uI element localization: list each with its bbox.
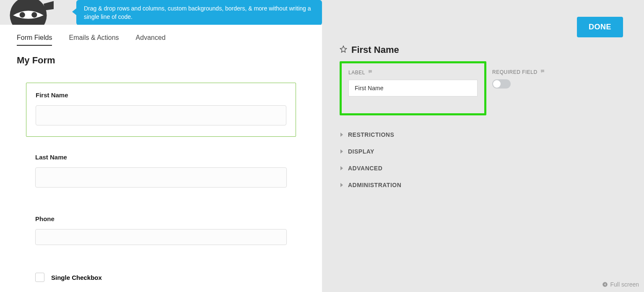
accordion-label: DISPLAY xyxy=(348,148,374,155)
tooltip-text: Drag & drop rows and columns, custom bac… xyxy=(84,5,311,20)
chevron-right-icon xyxy=(340,166,344,170)
settings-sidebar: DONE First Name LABEL xyxy=(322,0,644,292)
done-button[interactable]: DONE xyxy=(577,17,623,37)
sidebar-title-row: First Name xyxy=(340,44,633,55)
tab-emails-actions[interactable]: Emails & Actions xyxy=(69,34,119,46)
top-brand-bar: Drag & drop rows and columns, custom bac… xyxy=(0,0,322,25)
accordion-label: ADVANCED xyxy=(348,165,382,172)
text-input-preview xyxy=(36,105,286,125)
app-root: Drag & drop rows and columns, custom bac… xyxy=(0,0,644,292)
field-first-name[interactable]: First Name xyxy=(26,83,296,137)
text-input-preview xyxy=(35,229,287,245)
label-setting-highlight: LABEL xyxy=(340,61,486,115)
sidebar-title: First Name xyxy=(351,44,399,55)
accordion-administration[interactable]: ADMINISTRATION xyxy=(340,177,633,193)
svg-point-1 xyxy=(20,12,25,18)
fullscreen-label: Full screen xyxy=(610,281,639,288)
field-label: Phone xyxy=(35,215,287,222)
label-caption-text: LABEL xyxy=(348,70,365,76)
required-caption-text: REQUIRED FIELD xyxy=(492,69,538,75)
sidebar-inner: First Name LABEL REQUIRED FIELD xyxy=(340,44,633,193)
tab-form-fields[interactable]: Form Fields xyxy=(17,34,52,46)
feature-tooltip: Drag & drop rows and columns, custom bac… xyxy=(76,0,322,25)
chevron-right-icon xyxy=(340,149,344,154)
tab-advanced[interactable]: Advanced xyxy=(136,34,166,46)
field-label: First Name xyxy=(36,91,286,99)
star-icon[interactable] xyxy=(340,44,347,55)
fullscreen-toggle[interactable]: Full screen xyxy=(602,281,639,288)
help-icon[interactable] xyxy=(540,69,545,75)
field-list: First Name Last Name Phone Single Checkb… xyxy=(17,83,305,292)
accordion-advanced[interactable]: ADVANCED xyxy=(340,160,633,177)
accordion-restrictions[interactable]: RESTRICTIONS xyxy=(340,126,633,143)
form-canvas: Form Fields Emails & Actions Advanced My… xyxy=(0,25,322,292)
field-label: Single Checkbox xyxy=(51,274,102,281)
chevron-right-icon xyxy=(340,133,344,137)
main-tabs: Form Fields Emails & Actions Advanced xyxy=(17,34,305,46)
field-phone[interactable]: Phone xyxy=(26,207,296,256)
form-title: My Form xyxy=(17,55,305,66)
svg-point-2 xyxy=(31,12,37,18)
text-input-preview xyxy=(35,167,287,188)
chevron-right-icon xyxy=(340,183,344,187)
settings-row: LABEL REQUIRED FIELD xyxy=(340,61,633,115)
help-icon[interactable] xyxy=(368,69,373,76)
field-last-name[interactable]: Last Name xyxy=(26,145,296,198)
field-label: Last Name xyxy=(35,154,287,161)
required-toggle[interactable] xyxy=(492,79,511,89)
accordion-display[interactable]: DISPLAY xyxy=(340,143,633,160)
accordion-list: RESTRICTIONS DISPLAY ADVANCED ADMINISTRA… xyxy=(340,126,633,193)
field-single-checkbox[interactable]: Single Checkbox xyxy=(26,264,296,292)
accordion-label: ADMINISTRATION xyxy=(348,182,401,188)
required-setting: REQUIRED FIELD xyxy=(492,61,545,89)
collapse-icon xyxy=(602,282,608,287)
accordion-label: RESTRICTIONS xyxy=(348,131,394,138)
label-input[interactable] xyxy=(348,80,478,96)
checkbox-icon xyxy=(35,273,44,282)
required-caption: REQUIRED FIELD xyxy=(492,69,545,75)
label-caption: LABEL xyxy=(348,69,478,76)
